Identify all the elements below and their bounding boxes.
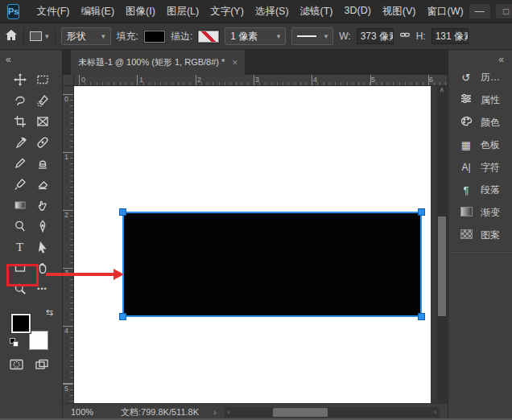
panel-dock: « ↺ 历… 属性 颜色 ▦ 色板 A| 字符 ¶	[448, 50, 512, 420]
eraser-tool[interactable]	[32, 174, 53, 195]
shape-width-field[interactable]: 373 像素	[357, 28, 394, 44]
panel-tab-paragraph[interactable]: ¶ 段落	[448, 179, 512, 201]
shape-mode-select[interactable]: 形状 ▾	[61, 27, 111, 45]
vertical-scrollbar[interactable]: ∧	[437, 86, 447, 403]
height-label: H:	[416, 31, 426, 42]
fill-label: 填充:	[117, 30, 138, 43]
frame-tool[interactable]	[32, 111, 53, 132]
default-colors-icon[interactable]	[10, 338, 19, 347]
tools-panel: « T	[0, 50, 63, 420]
menu-select[interactable]: 选择(S)	[250, 5, 295, 19]
screen-mode-icon[interactable]	[35, 359, 49, 373]
scroll-right-icon[interactable]: ›	[434, 408, 436, 416]
marquee-tool[interactable]	[32, 69, 53, 90]
menu-filter[interactable]: 滤镜(T)	[295, 5, 339, 19]
lasso-tool[interactable]	[10, 90, 31, 111]
pasteboard: ∧	[431, 86, 448, 403]
document-size-info: 文档:799.8K/511.8K	[121, 406, 199, 418]
panel-tab-pattern[interactable]: 图案	[448, 224, 512, 246]
window-controls: — □ ×	[469, 4, 512, 19]
type-tool[interactable]: T	[10, 237, 31, 257]
photoshop-window: Ps 文件(F) 编辑(E) 图像(I) 图层(L) 文字(Y) 选择(S) 滤…	[0, 0, 512, 420]
panel-tab-history[interactable]: ↺ 历…	[448, 66, 512, 89]
menu-window[interactable]: 窗口(W)	[422, 5, 469, 19]
vertical-ruler: 01 23 45	[63, 86, 74, 403]
panel-tab-gradient[interactable]: 渐变	[448, 201, 512, 224]
stroke-width-select[interactable]: 1 像素 ▾	[225, 27, 286, 45]
panel-tab-properties[interactable]: 属性	[448, 89, 512, 111]
clone-stamp-tool[interactable]	[32, 153, 53, 174]
photoshop-logo-icon: Ps	[7, 4, 19, 19]
fill-color-swatch[interactable]	[144, 31, 165, 43]
chevron-down-icon: ▾	[101, 32, 105, 40]
horizontal-scrollbar[interactable]: ‹ ›	[225, 407, 440, 418]
collapse-panels-icon[interactable]: «	[498, 54, 504, 65]
swatches-grid-icon: ▦	[459, 139, 473, 151]
history-brush-tool[interactable]	[10, 174, 31, 195]
transform-handle-top-right[interactable]	[419, 209, 424, 215]
menu-file[interactable]: 文件(F)	[31, 5, 75, 19]
chevron-down-icon: ▾	[45, 32, 49, 40]
transform-handle-bottom-left[interactable]	[120, 314, 126, 319]
status-chevron-icon[interactable]: ›	[213, 407, 217, 417]
crop-tool[interactable]	[10, 111, 31, 132]
tab-bar: 未标题-1 @ 100% (矩形 1, RGB/8#) * ×	[63, 50, 448, 75]
chevron-down-icon: ▾	[324, 32, 328, 40]
smudge-tool[interactable]	[32, 195, 53, 216]
gradient-tool[interactable]	[10, 195, 31, 216]
character-icon: A|	[459, 162, 473, 173]
quick-mask-icon[interactable]	[10, 359, 23, 373]
panel-tab-color[interactable]: 颜色	[448, 111, 512, 134]
menu-image[interactable]: 图像(I)	[120, 5, 161, 19]
pen-tool[interactable]	[32, 216, 53, 237]
eyedropper-tool[interactable]	[10, 132, 31, 153]
panel-tab-swatches[interactable]: ▦ 色板	[448, 134, 512, 156]
black-rectangle-shape[interactable]	[122, 212, 422, 317]
horizontal-ruler: 01 23 45 6	[74, 75, 448, 86]
swap-colors-icon[interactable]: ⇆	[46, 307, 53, 318]
healing-brush-tool[interactable]	[32, 132, 53, 153]
menu-type[interactable]: 文字(Y)	[204, 5, 250, 19]
menu-layer[interactable]: 图层(L)	[161, 5, 204, 19]
ruler-origin-box[interactable]	[63, 75, 74, 86]
minimize-button[interactable]: —	[469, 4, 490, 19]
pattern-icon	[459, 229, 473, 241]
background-color-swatch[interactable]	[29, 331, 48, 350]
tab-close-icon[interactable]: ×	[232, 57, 237, 68]
horizontal-scroll-thumb[interactable]	[273, 408, 328, 417]
dodge-tool[interactable]	[10, 216, 31, 237]
scroll-left-icon[interactable]: ‹	[228, 408, 230, 416]
menu-edit[interactable]: 编辑(E)	[75, 5, 120, 19]
tool-preset-picker[interactable]: ▾	[30, 31, 49, 41]
menu-3d[interactable]: 3D(D)	[339, 5, 377, 19]
pencil-tool[interactable]	[10, 153, 31, 174]
collapse-tools-icon[interactable]: «	[6, 54, 11, 65]
vertical-scroll-thumb[interactable]	[438, 216, 446, 316]
document-tab-title: 未标题-1 @ 100% (矩形 1, RGB/8#) *	[78, 56, 225, 68]
path-select-tool[interactable]	[32, 237, 53, 257]
scroll-up-icon[interactable]: ∧	[437, 86, 447, 93]
link-dimensions-icon[interactable]	[399, 29, 411, 43]
home-icon[interactable]	[5, 29, 18, 44]
maximize-button[interactable]: □	[496, 4, 512, 19]
quick-select-tool[interactable]	[32, 90, 53, 111]
transform-handle-top-left[interactable]	[120, 209, 126, 215]
panel-dock-footer	[448, 251, 512, 420]
separator	[55, 27, 56, 45]
zoom-level[interactable]: 100%	[71, 407, 121, 417]
transform-handle-bottom-right[interactable]	[419, 314, 424, 319]
tool-options-bar: ▾ 形状 ▾ 填充: 描边: 1 像素 ▾ ▾ W: 373 像素 H: 131…	[0, 23, 512, 50]
foreground-color-swatch[interactable]	[11, 314, 31, 333]
stroke-label: 描边:	[171, 30, 192, 43]
stroke-type-select[interactable]: ▾	[291, 27, 333, 45]
menu-view[interactable]: 视图(V)	[377, 5, 422, 19]
shape-height-field[interactable]: 131 像素	[431, 28, 469, 44]
move-tool[interactable]	[10, 69, 31, 90]
document-area: 未标题-1 @ 100% (矩形 1, RGB/8#) * × 01 23 45…	[63, 50, 448, 420]
title-bar: Ps 文件(F) 编辑(E) 图像(I) 图层(L) 文字(Y) 选择(S) 滤…	[0, 0, 512, 23]
rectangle-preset-icon	[30, 31, 42, 41]
document-tab[interactable]: 未标题-1 @ 100% (矩形 1, RGB/8#) * ×	[71, 50, 245, 75]
stroke-color-swatch[interactable]	[198, 31, 219, 43]
panel-tab-character[interactable]: A| 字符	[448, 156, 512, 179]
canvas[interactable]	[74, 86, 431, 403]
